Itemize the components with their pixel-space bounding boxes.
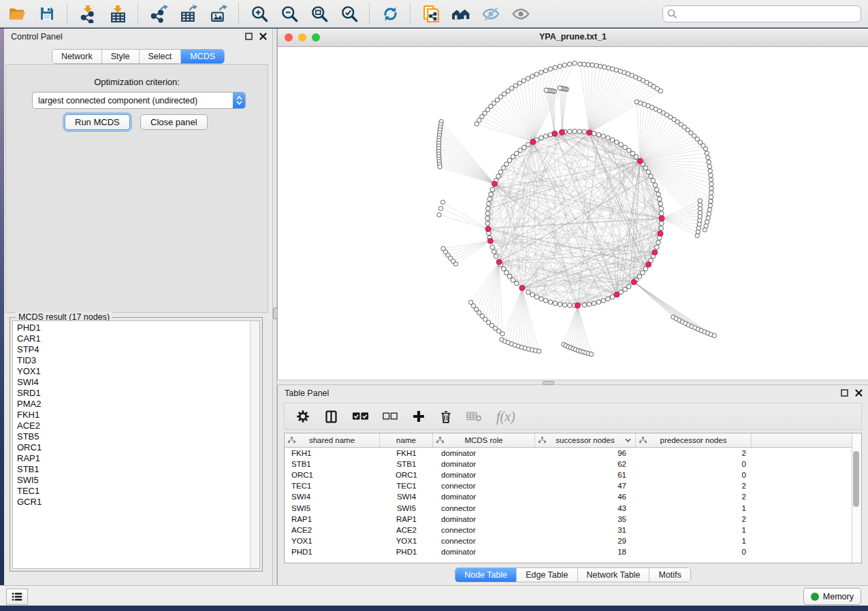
network-node[interactable]: [486, 206, 491, 211]
mcds-result-item[interactable]: ORC1: [17, 442, 259, 453]
search-input[interactable]: [662, 5, 861, 22]
network-node[interactable]: [590, 63, 594, 67]
network-node[interactable]: [487, 197, 492, 201]
show-columns-icon[interactable]: [324, 410, 338, 424]
table-row[interactable]: PHD1PHD1dominator180: [285, 546, 861, 557]
network-node[interactable]: [562, 303, 567, 308]
network-node[interactable]: [706, 155, 710, 159]
table-row[interactable]: STB1STB1dominator620: [285, 459, 861, 469]
network-node[interactable]: [543, 134, 548, 139]
table-row[interactable]: YOX1YOX1connector291: [285, 535, 861, 546]
network-node[interactable]: [657, 197, 662, 201]
close-panel-icon[interactable]: [259, 33, 267, 40]
mcds-hub-node[interactable]: [487, 238, 493, 244]
network-node[interactable]: [504, 162, 509, 167]
mcds-result-item[interactable]: YOX1: [17, 366, 259, 377]
table-row[interactable]: SWI5SWI5connector431: [285, 502, 861, 513]
network-node[interactable]: [606, 135, 611, 140]
network-node[interactable]: [521, 78, 526, 82]
network-node[interactable]: [627, 148, 632, 153]
network-node[interactable]: [596, 300, 601, 305]
run-mcds-button[interactable]: Run MCDS: [65, 114, 130, 130]
mcds-result-item[interactable]: PHD1: [17, 323, 259, 333]
network-node[interactable]: [489, 192, 494, 197]
tab-motifs[interactable]: Motifs: [649, 568, 690, 582]
network-node[interactable]: [502, 92, 507, 96]
network-node[interactable]: [539, 135, 544, 140]
network-node[interactable]: [490, 187, 495, 192]
network-node[interactable]: [610, 137, 615, 142]
zoom-out-button[interactable]: [279, 3, 300, 24]
mcds-hub-node[interactable]: [496, 259, 502, 265]
show-all-button[interactable]: [511, 3, 531, 24]
network-node[interactable]: [507, 158, 512, 163]
mcds-hub-node[interactable]: [646, 262, 652, 267]
network-node[interactable]: [655, 245, 660, 250]
network-node[interactable]: [615, 140, 620, 145]
mcds-hub-node[interactable]: [485, 227, 491, 232]
memory-button[interactable]: Memory: [803, 588, 861, 605]
table-row[interactable]: RAP1RAP1dominator352: [285, 514, 861, 525]
network-node[interactable]: [712, 333, 716, 337]
network-node[interactable]: [437, 213, 441, 217]
network-node[interactable]: [498, 170, 503, 175]
vertical-splitter[interactable]: [272, 29, 277, 585]
mcds-result-item[interactable]: GCR1: [17, 497, 259, 508]
network-node[interactable]: [496, 174, 501, 179]
network-node[interactable]: [643, 166, 648, 171]
criterion-select[interactable]: largest connected component (undirected): [32, 92, 246, 109]
network-node[interactable]: [707, 164, 711, 168]
network-node[interactable]: [534, 72, 539, 76]
mcds-result-item[interactable]: STB1: [17, 464, 259, 475]
mcds-hub-node[interactable]: [631, 280, 637, 285]
network-node[interactable]: [534, 295, 539, 299]
mcds-hub-node[interactable]: [519, 285, 525, 291]
network-node[interactable]: [634, 100, 639, 104]
table-row[interactable]: TEC1TEC1connector472: [285, 480, 861, 491]
network-node[interactable]: [582, 130, 587, 135]
table-scrollbar[interactable]: [852, 433, 861, 563]
column-header-shared-name[interactable]: shared name: [285, 433, 380, 447]
export-network-button[interactable]: [148, 3, 169, 24]
network-node[interactable]: [494, 254, 498, 259]
network-node[interactable]: [568, 129, 573, 134]
network-node[interactable]: [658, 201, 663, 206]
mcds-result-item[interactable]: TID3: [17, 355, 259, 366]
network-node[interactable]: [453, 262, 457, 266]
network-node[interactable]: [543, 299, 548, 303]
network-node[interactable]: [709, 199, 713, 203]
network-node[interactable]: [655, 187, 660, 192]
mcds-result-item[interactable]: SWI5: [17, 475, 259, 486]
network-node[interactable]: [537, 349, 541, 353]
network-node[interactable]: [641, 271, 645, 276]
network-node[interactable]: [709, 178, 713, 182]
network-node[interactable]: [553, 65, 557, 69]
network-node[interactable]: [548, 67, 552, 71]
mcds-result-item[interactable]: FKH1: [17, 410, 259, 420]
table-settings-gear-icon[interactable]: [295, 409, 310, 424]
select-all-icon[interactable]: [352, 411, 369, 422]
network-node[interactable]: [507, 274, 512, 279]
network-node[interactable]: [656, 192, 661, 197]
network-node[interactable]: [582, 303, 587, 308]
network-node[interactable]: [548, 300, 553, 305]
table-row[interactable]: ORC1ORC1dominator610: [285, 469, 861, 480]
refresh-view-button[interactable]: [380, 3, 400, 24]
add-entry-plus-icon[interactable]: [412, 410, 425, 423]
mcds-hub-node[interactable]: [552, 131, 558, 136]
mcds-result-item[interactable]: CAR1: [17, 333, 259, 344]
network-node[interactable]: [526, 290, 531, 295]
delete-trash-icon[interactable]: [439, 410, 453, 424]
tab-select[interactable]: Select: [140, 50, 182, 63]
float-panel-icon[interactable]: [245, 33, 253, 40]
network-node[interactable]: [501, 166, 506, 171]
mcds-result-item[interactable]: STB5: [17, 431, 259, 442]
network-node[interactable]: [511, 154, 515, 159]
network-node[interactable]: [592, 131, 596, 136]
table-row[interactable]: FKH1FKH1dominator962: [285, 448, 861, 459]
network-node[interactable]: [709, 186, 713, 191]
network-node[interactable]: [438, 206, 443, 210]
zoom-fit-button[interactable]: [309, 3, 329, 24]
network-node[interactable]: [510, 86, 514, 90]
horizontal-splitter[interactable]: [277, 380, 868, 385]
